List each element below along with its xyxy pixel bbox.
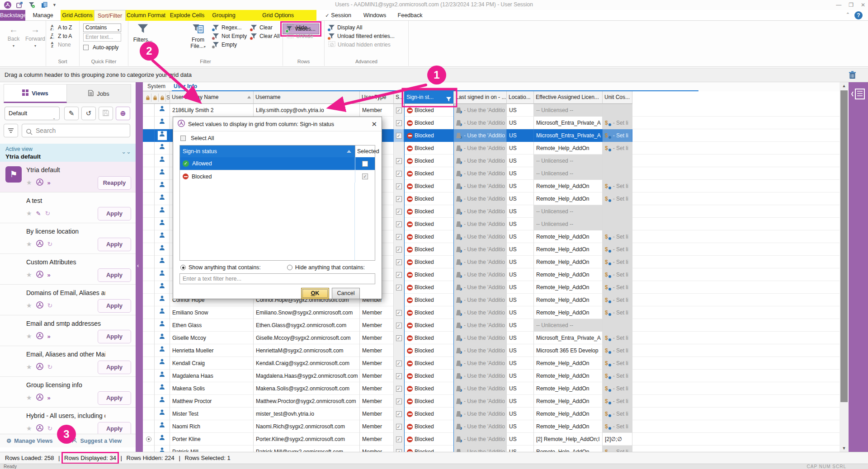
apply-button[interactable]: Apply	[98, 391, 131, 405]
cell-license[interactable]: Remote_Help_AddOn	[534, 256, 603, 268]
cell-row-indicator[interactable]	[143, 382, 155, 395]
cell-display-name[interactable]: Emiliano Snow	[170, 306, 254, 319]
cell-license[interactable]: -- Unlicensed --	[534, 218, 603, 230]
view-list-item[interactable]: By license location★↻ⓘApply	[0, 223, 136, 254]
cell-last-signin[interactable]: - Use the 'Additio	[454, 205, 507, 218]
tab-grid-options[interactable]: Grid Options	[240, 10, 316, 21]
cell-sync[interactable]	[394, 294, 404, 306]
table-row[interactable]: Henrietta MuellerHenriettaM@sygx2.onmicr…	[143, 344, 840, 357]
cell-user-icon[interactable]	[155, 395, 170, 408]
cell-row-indicator[interactable]	[143, 344, 155, 357]
close-button[interactable]: ✕	[861, 2, 865, 8]
cell-sync[interactable]: ✓	[394, 420, 404, 433]
dialog-row-blocked[interactable]: Blocked ✓	[180, 170, 375, 183]
cell-unit-cost[interactable]: $- Set li	[603, 230, 632, 243]
collapse-ribbon-icon[interactable]: ⌃	[846, 12, 850, 18]
cell-sync[interactable]: ✓	[394, 155, 404, 167]
cell-location[interactable]: US	[507, 344, 534, 357]
cell-license[interactable]: -- Unlicensed --	[534, 205, 603, 218]
star-icon[interactable]: ★	[26, 333, 32, 340]
back-button[interactable]: ← Back▾	[2, 23, 25, 48]
cell-user-icon[interactable]	[155, 268, 170, 281]
cell-last-signin[interactable]: - Use the 'Additio	[454, 142, 507, 155]
cell-location[interactable]: US	[507, 281, 534, 294]
cell-user-icon[interactable]	[155, 382, 170, 395]
star-icon[interactable]: ★	[26, 240, 32, 248]
cell-last-signin[interactable]: - Use the 'Additio	[454, 192, 507, 205]
cell-row-indicator[interactable]	[143, 332, 155, 344]
cell-username[interactable]: HenriettaM@sygx2.onmicrosoft.com	[254, 344, 360, 357]
cell-signin-status[interactable]: Blocked	[404, 332, 454, 344]
cell-license[interactable]: Microsoft 365 E5 Develop	[534, 344, 603, 357]
cell-user-type[interactable]: Member	[360, 408, 394, 420]
column-header-locks[interactable]: S	[143, 91, 170, 104]
cell-username[interactable]: Patrick.Mill@sygx2.onmicrosoft.com	[254, 446, 360, 452]
minim​ize-button[interactable]: —	[836, 2, 841, 8]
unhide-button[interactable]: Unhide	[287, 32, 313, 40]
cell-username[interactable]: mister_test@ovh.ytria.io	[254, 408, 360, 420]
cell-signin-status[interactable]: Blocked	[404, 230, 454, 243]
cell-location[interactable]: US	[507, 167, 534, 180]
cell-location[interactable]: US	[507, 243, 534, 256]
cell-sync[interactable]: ✓	[394, 192, 404, 205]
cell-display-name[interactable]: Naomi Rich	[170, 420, 254, 433]
cell-display-name[interactable]: Henrietta Mueller	[170, 344, 254, 357]
apply-button[interactable]: Apply	[98, 238, 131, 251]
cell-location[interactable]: US	[507, 180, 534, 192]
cell-signin-status[interactable]: Blocked	[404, 117, 454, 129]
cell-license[interactable]: Remote_Help_AddOn	[534, 357, 603, 370]
cell-user-icon[interactable]	[155, 117, 170, 129]
cell-location[interactable]: US	[507, 433, 534, 446]
cell-user-type[interactable]: Member	[360, 420, 394, 433]
grouping-zone[interactable]: Drag a column header to this grouping zo…	[0, 68, 868, 82]
cell-signin-status[interactable]: Blocked	[404, 370, 454, 382]
cell-user-icon[interactable]	[155, 230, 170, 243]
cell-sync[interactable]: ✓	[394, 395, 404, 408]
column-header-sync[interactable]: S...	[394, 91, 404, 104]
table-row[interactable]: Giselle MccoyGiselle.Mccoy@sygx2.onmicro…	[143, 332, 840, 344]
cell-unit-cost[interactable]: $- Set li	[603, 294, 632, 306]
cell-last-signin[interactable]: - Use the 'Additio	[454, 268, 507, 281]
cell-username[interactable]: Kendall.Craig@sygx2.onmicrosoft.com	[254, 357, 360, 370]
cell-sync[interactable]	[394, 142, 404, 155]
cell-location[interactable]: US	[507, 205, 534, 218]
cell-display-name[interactable]: Porter Kline	[170, 433, 254, 446]
cell-last-signin[interactable]: - Use the 'Additio	[454, 420, 507, 433]
cell-row-indicator[interactable]	[143, 142, 155, 155]
table-row[interactable]: Magdalena HaasMagdalena.Haas@sygx2.onmic…	[143, 370, 840, 382]
tab-explode-cells[interactable]: Explode Cells	[166, 10, 208, 21]
cell-location[interactable]: US	[507, 382, 534, 395]
cell-user-type[interactable]: Member	[360, 319, 394, 332]
chevrons-icon[interactable]: »	[47, 179, 50, 186]
cell-signin-status[interactable]: Blocked	[404, 268, 454, 281]
cell-sync[interactable]: ✓	[394, 319, 404, 332]
column-header-unit-cost[interactable]: Unit Cos...	[603, 91, 632, 104]
cell-signin-status[interactable]: Blocked	[404, 446, 454, 452]
cell-license[interactable]: Remote_Help_AddOn	[534, 230, 603, 243]
display-all-button[interactable]: Display All	[328, 23, 362, 32]
view-list-item[interactable]: Domains of Email, Aliases and othe...★↻ⓘ…	[0, 285, 136, 315]
text-filter-input[interactable]: Enter a text filter here...	[179, 273, 375, 284]
cell-location[interactable]: US	[507, 104, 534, 117]
cell-display-name[interactable]: Magdalena Haas	[170, 370, 254, 382]
cell-last-signin[interactable]: - Use the 'Additio	[454, 344, 507, 357]
cell-unit-cost[interactable]: $- Set li	[603, 268, 632, 281]
cell-last-signin[interactable]: - Use the 'Additio	[454, 433, 507, 446]
cell-signin-status[interactable]: Blocked	[404, 243, 454, 256]
cell-license[interactable]: Microsoft_Entra_Private_A	[534, 117, 603, 129]
cell-row-indicator[interactable]	[143, 319, 155, 332]
cell-username[interactable]: Emiliano.Snow@sygx2.onmicrosoft.com	[254, 306, 360, 319]
cell-signin-status[interactable]: Blocked	[404, 344, 454, 357]
table-row[interactable]: Makena SolisMakena.Solis@sygx2.onmicroso…	[143, 382, 840, 395]
cell-user-icon[interactable]	[155, 167, 170, 180]
star-icon[interactable]: ★	[26, 179, 32, 186]
cell-signin-status[interactable]: Blocked	[404, 420, 454, 433]
view-list-item[interactable]: Group licensing info★»ⓘApply	[0, 377, 136, 408]
cell-sync[interactable]: ✓	[394, 382, 404, 395]
scroll-down-icon[interactable]: ▼	[840, 445, 849, 452]
cell-sync[interactable]: ✓	[394, 117, 404, 129]
cell-location[interactable]: US	[507, 142, 534, 155]
cell-unit-cost[interactable]: $- Set li	[603, 446, 632, 452]
chevrons-icon[interactable]: »	[47, 394, 50, 401]
cell-user-type[interactable]: Member	[360, 357, 394, 370]
